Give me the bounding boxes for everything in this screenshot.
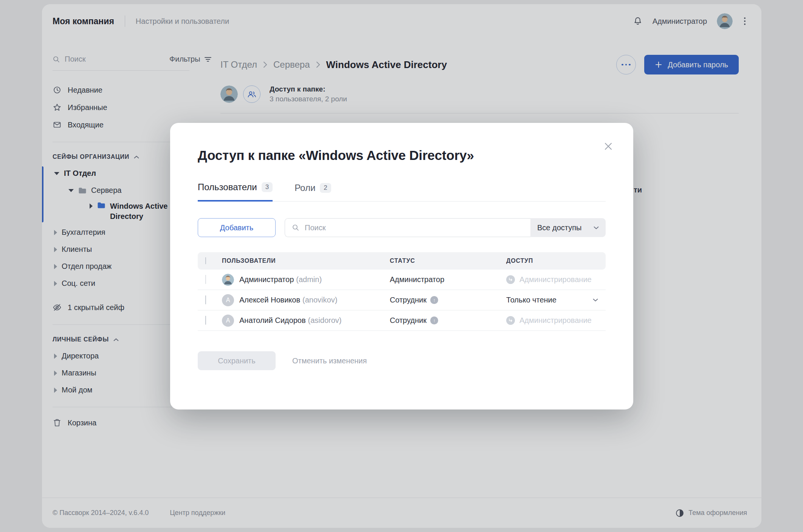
user-avatar-letter: A bbox=[222, 294, 234, 306]
cancel-changes-button[interactable]: Отменить изменения bbox=[292, 357, 367, 365]
user-login: (admin) bbox=[296, 275, 322, 284]
user-status: Сотрудник bbox=[390, 296, 426, 304]
table-row: A Алексей Новиков(anovikov) Сотрудник ↑ … bbox=[198, 290, 606, 310]
column-status: СТАТУС bbox=[390, 257, 506, 264]
table-row: A Анатолий Сидоров(asidorov) Сотрудник ↑… bbox=[198, 310, 606, 331]
status-upgrade-badge: ↑ bbox=[430, 296, 438, 304]
close-icon[interactable] bbox=[601, 140, 615, 153]
column-access: ДОСТУП bbox=[506, 257, 598, 264]
user-login: (anovikov) bbox=[302, 296, 337, 304]
row-checkbox[interactable] bbox=[205, 316, 206, 325]
modal-search-input[interactable] bbox=[305, 223, 524, 232]
row-checkbox-disabled bbox=[205, 275, 206, 284]
add-user-button[interactable]: Добавить bbox=[198, 218, 276, 237]
tab-roles-label: Роли bbox=[295, 183, 315, 193]
tab-users[interactable]: Пользователи 3 bbox=[198, 182, 273, 202]
user-name: Администратор bbox=[239, 275, 294, 284]
search-icon bbox=[292, 224, 299, 231]
users-table: ПОЛЬЗОВАТЕЛИ СТАТУС ДОСТУП Администратор… bbox=[198, 252, 606, 331]
user-avatar-letter: A bbox=[222, 315, 234, 327]
access-level-disabled: Администрирование bbox=[519, 316, 592, 325]
access-filter-value: Все доступы bbox=[537, 223, 581, 232]
modal-search-group: Все доступы bbox=[285, 218, 606, 237]
table-header: ПОЛЬЗОВАТЕЛИ СТАТУС ДОСТУП bbox=[198, 252, 606, 270]
user-name: Алексей Новиков bbox=[239, 296, 300, 304]
save-button[interactable]: Сохранить bbox=[198, 351, 276, 370]
modal-search-field bbox=[285, 218, 530, 237]
folder-access-modal: Доступ к папке «Windows Active Directory… bbox=[170, 123, 633, 409]
modal-actions: Сохранить Отменить изменения bbox=[198, 351, 606, 370]
user-status: Сотрудник bbox=[390, 316, 426, 325]
inherited-access-icon bbox=[506, 316, 515, 325]
user-avatar bbox=[222, 274, 234, 286]
modal-title: Доступ к папке «Windows Active Directory… bbox=[198, 148, 606, 163]
modal-tabs: Пользователи 3 Роли 2 bbox=[198, 182, 606, 202]
chevron-down-icon bbox=[594, 226, 599, 230]
table-row: Администратор(admin) Администратор Админ… bbox=[198, 270, 606, 290]
modal-toolbar: Добавить Все доступы bbox=[198, 218, 606, 237]
user-login: (asidorov) bbox=[308, 316, 342, 324]
row-checkbox[interactable] bbox=[205, 295, 206, 304]
select-all-checkbox[interactable] bbox=[205, 257, 206, 264]
tab-users-count: 3 bbox=[262, 182, 273, 192]
chevron-down-icon bbox=[593, 298, 598, 302]
access-filter-dropdown[interactable]: Все доступы bbox=[530, 218, 606, 237]
user-status: Администратор bbox=[390, 275, 444, 284]
access-level-dropdown[interactable]: Только чтение bbox=[506, 296, 598, 304]
tab-roles[interactable]: Роли 2 bbox=[295, 182, 331, 202]
tab-users-label: Пользователи bbox=[198, 182, 257, 192]
user-name: Анатолий Сидоров bbox=[239, 316, 306, 324]
access-level-disabled: Администрирование bbox=[519, 275, 592, 284]
status-upgrade-badge: ↑ bbox=[430, 316, 438, 324]
tab-roles-count: 2 bbox=[320, 183, 331, 193]
column-users: ПОЛЬЗОВАТЕЛИ bbox=[222, 257, 390, 264]
access-level-value: Только чтение bbox=[506, 296, 557, 304]
inherited-access-icon bbox=[506, 275, 515, 284]
